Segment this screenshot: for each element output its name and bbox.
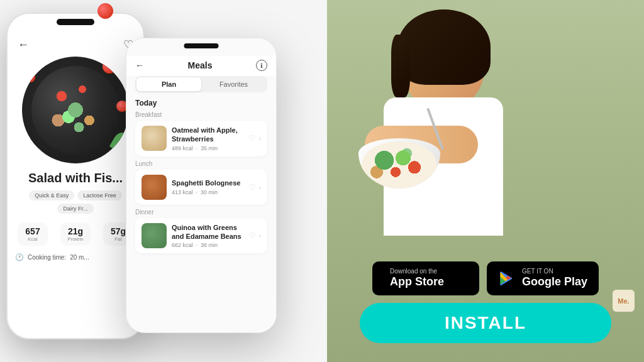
meal-meta-quinoa: 662 kcal · 36 min [172,242,244,248]
section-breakfast: Breakfast [135,111,267,118]
google-play-icon [498,270,516,287]
plan-tabs: Plan Favorites [135,76,267,92]
stats-row: 657 Kcal 21g Protein 57g Fat [8,219,143,250]
app-store-text-group: Download on the App Store [390,268,444,289]
info-icon[interactable]: ℹ [256,60,267,71]
protein-value: 21g [65,226,86,236]
front-phone: ← Meals ℹ Plan Favorites Today Breakfast [126,38,277,333]
install-button[interactable]: INSTALL [360,303,611,343]
right-panel: Download on the App Store GET IT ON Goog… [327,0,644,362]
cooking-time-label: Cooking time: [28,254,66,261]
meal-heart-icon-2[interactable]: ♡ [249,183,256,192]
me-badge: Me. [613,290,635,312]
google-play-large-text: Google Play [522,275,587,289]
google-play-text-group: GET IT ON Google Play [522,268,587,289]
app-store-button[interactable]: Download on the App Store [372,261,479,295]
tab-favorites[interactable]: Favorites [201,77,266,91]
meal-name-oatmeal: Oatmeal with Apple, Strawberries [172,126,244,144]
kcal-value: 657 [23,226,43,236]
meal-name-quinoa: Quinoa with Greens and Edamame Beans [172,223,244,241]
meal-actions-spaghetti: ♡ › [249,183,261,192]
meal-heart-icon[interactable]: ♡ [249,134,256,143]
food-bowl [31,66,119,154]
left-panel: ← ♡ Salad with Fis... Quick & Easy Lacto… [0,0,327,362]
store-buttons: Download on the App Store GET IT ON Goog… [372,261,599,295]
meal-item-quinoa[interactable]: Quinoa with Greens and Edamame Beans 662… [135,218,267,254]
google-play-button[interactable]: GET IT ON Google Play [487,261,599,295]
tab-plan[interactable]: Plan [136,77,201,91]
meals-app: ← Meals ℹ Plan Favorites Today Breakfast [126,38,276,332]
tomato-decoration-2 [25,72,35,82]
section-lunch: Lunch [135,160,267,167]
meal-meta-spaghetti: 413 kcal · 30 min [172,189,244,195]
meal-meta-oatmeal: 489 kcal · 35 min [172,145,244,151]
section-dinner: Dinner [135,209,267,216]
stat-protein: 21g Protein [60,222,91,246]
deco-tomato-top [97,3,113,19]
person-hair [397,9,491,85]
meal-arrow-icon-2[interactable]: › [258,184,261,191]
day-label: Today [135,99,267,107]
meals-body: Today Breakfast Oatmeal with Apple, Stra… [126,99,276,322]
meal-name-spaghetti: Spaghetti Bolognese [172,178,244,187]
phone-content: ← ♡ Salad with Fis... Quick & Easy Lacto… [8,14,143,338]
google-play-small-text: GET IT ON [522,268,587,275]
meal-image-spaghetti [142,175,167,200]
meal-actions-oatmeal: ♡ › [249,134,261,143]
meal-image-quinoa [142,223,167,248]
stat-kcal: 657 Kcal [18,222,48,246]
meals-header: ← Meals ℹ [126,56,276,76]
meal-image-oatmeal [142,126,167,151]
protein-label: Protein [65,236,86,242]
tomato-decoration-1 [103,60,116,74]
app-store-large-text: App Store [390,275,444,289]
meal-info-spaghetti: Spaghetti Bolognese 413 kcal · 30 min [172,178,244,195]
meals-back-icon[interactable]: ← [135,60,144,70]
bottom-buttons: Download on the App Store GET IT ON Goog… [333,261,638,343]
food-items [41,75,110,145]
tag-dairy: Dairy Fr... [57,204,93,214]
meal-arrow-icon[interactable]: › [258,134,261,142]
front-phone-notch [184,43,219,48]
food-image [22,57,129,163]
meal-heart-icon-3[interactable]: ♡ [249,231,256,240]
meal-info-oatmeal: Oatmeal with Apple, Strawberries 489 kca… [172,126,244,151]
meal-arrow-icon-3[interactable]: › [258,232,261,239]
meal-item-oatmeal[interactable]: Oatmeal with Apple, Strawberries 489 kca… [135,121,267,156]
dish-title: Salad with Fis... [8,171,143,185]
clock-icon: 🕐 [15,253,24,261]
cooking-time-value: 20 m... [70,254,89,261]
meal-actions-quinoa: ♡ › [249,231,261,240]
day-section: Today Breakfast Oatmeal with Apple, Stra… [135,99,267,253]
meals-title: Meals [188,60,213,70]
bowl-food-contents [362,141,437,189]
tag-quick-easy: Quick & Easy [29,190,74,200]
back-phone: ← ♡ Salad with Fis... Quick & Easy Lacto… [6,13,145,339]
phone-header: ← ♡ [8,33,143,57]
tag-lactose: Lactose Free [77,190,122,200]
cooking-time: 🕐 Cooking time: 20 m... [8,250,143,265]
phone-notch [57,19,94,25]
meal-item-spaghetti[interactable]: Spaghetti Bolognese 413 kcal · 30 min ♡ … [135,170,267,205]
meal-info-quinoa: Quinoa with Greens and Edamame Beans 662… [172,223,244,249]
back-arrow-icon[interactable]: ← [18,38,29,52]
kcal-label: Kcal [23,236,43,242]
app-store-small-text: Download on the [390,268,444,275]
tags-row: Quick & Easy Lactose Free Dairy Fr... [8,185,143,219]
